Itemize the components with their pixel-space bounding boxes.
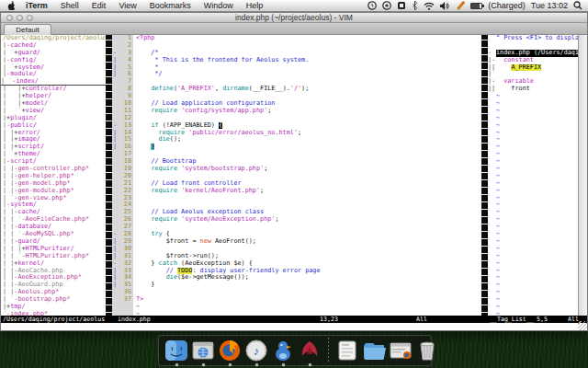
code-line[interactable]: |34 die($e->getMessage()); <box>112 274 481 282</box>
tree-item[interactable]: | `+view/ <box>3 108 106 115</box>
taglist-item[interactable]: ~ <box>488 158 578 166</box>
tree-item[interactable]: | `+guard/ <box>3 50 106 57</box>
code-line[interactable]: 18 // Bootstrap <box>112 158 481 166</box>
tree-item[interactable]: | `+system/ <box>3 64 106 72</box>
taglist-item[interactable]: |- constant <box>488 57 578 64</box>
tree-item[interactable]: | |-cache/ <box>3 209 106 216</box>
code-line[interactable]: 37?> <box>112 296 481 304</box>
documents-folder-icon[interactable] <box>362 339 386 362</box>
spaces-icon[interactable] <box>397 1 406 10</box>
duck-messenger-icon[interactable] <box>271 339 295 362</box>
globe-window-app-icon[interactable] <box>191 339 215 362</box>
taglist-item[interactable]: ~ <box>488 289 578 296</box>
code-line[interactable]: |31 $front->run(); <box>112 253 481 260</box>
tree-item[interactable]: | |-gen-controller.php* <box>3 166 106 173</box>
tree-item[interactable]: | | |+HTMLPurifier/ <box>3 246 106 253</box>
code-line[interactable]: -13 if (!APP_ENABLED) { <box>112 122 481 130</box>
taglist-item[interactable] <box>488 42 578 50</box>
zoom-button[interactable] <box>27 15 33 21</box>
code-line[interactable]: |14 require 'public/error/aeolus_no.html… <box>112 130 481 137</box>
vim-command-line[interactable] <box>1 323 587 330</box>
taglist-item[interactable]: ~ <box>488 231 578 238</box>
code-line[interactable]: |15 die(); <box>112 136 481 144</box>
code-line[interactable]: -32 } catch (AeoException $e) { <box>112 260 481 268</box>
tree-item[interactable]: | |-AeoGuard.php <box>3 282 106 289</box>
taglist-item[interactable]: ~ <box>488 130 578 137</box>
code-line[interactable]: |5 * <box>112 64 481 72</box>
tree-item[interactable]: | |-guard/ <box>3 238 106 246</box>
code-line[interactable]: 1<?php <box>112 35 481 42</box>
taglist-item[interactable]: ~ <box>488 180 578 188</box>
taglist-item[interactable]: ~ <box>488 253 578 260</box>
tree-item[interactable]: | `-bootstrap.php* <box>3 296 106 304</box>
taglist-item[interactable]: ~ <box>488 246 578 253</box>
close-button[interactable] <box>6 15 13 21</box>
window-separator[interactable] <box>481 35 488 316</box>
code-line[interactable]: 26 require 'system/AeoException.php'; <box>112 216 481 224</box>
stack-box-icon[interactable] <box>335 339 359 362</box>
itunes-icon[interactable]: ♪ <box>244 339 268 362</box>
tree-item[interactable]: | `-gen-view.php* <box>3 195 106 202</box>
code-line[interactable]: 24 <box>112 201 481 209</box>
menu-item-iterm[interactable]: iTerm <box>19 0 54 12</box>
menu-item-view[interactable]: View <box>112 0 142 12</box>
taglist-item[interactable]: ~ <box>488 224 578 231</box>
menu-item-edit[interactable]: Edit <box>85 0 113 12</box>
code-line[interactable]: |29 $front = new AeoFront(); <box>112 238 481 246</box>
taglist-item[interactable]: ~ <box>488 260 578 268</box>
tree-item[interactable]: | |+error/ <box>3 130 106 137</box>
window-separator[interactable] <box>106 35 112 316</box>
tree-item[interactable]: |-cached/ <box>3 42 106 50</box>
tab-default[interactable]: Default <box>4 24 51 35</box>
code-line[interactable]: 23 <box>112 195 481 202</box>
firefox-icon[interactable] <box>218 339 242 362</box>
tree-item[interactable]: |-system/ <box>3 201 106 209</box>
taglist-item[interactable]: ~ <box>488 216 578 224</box>
code-line[interactable]: |6 */ <box>112 71 481 78</box>
tree-item[interactable]: | |+model/ <box>3 100 106 108</box>
code-line[interactable]: 22 require 'kernel/AeoFront.php'; <box>112 188 481 195</box>
window-resize-grip[interactable] <box>578 321 587 330</box>
editor-empty-line[interactable]: ~ <box>112 304 481 311</box>
tree-item[interactable]: | |+controller/ <box>3 86 106 93</box>
taglist-item[interactable]: ~ <box>488 238 578 246</box>
battery-icon[interactable] <box>470 3 482 9</box>
code-line[interactable]: 20 <box>112 173 481 180</box>
tree-item[interactable]: | | `-HTMLPurifier.php* <box>3 253 106 260</box>
tree-item[interactable]: | `-index/ <box>1 78 106 86</box>
tree-item[interactable]: | |-gen-model.php* <box>3 180 106 188</box>
menu-item-shell[interactable]: Shell <box>54 0 85 12</box>
minimize-button[interactable] <box>17 15 23 21</box>
code-line[interactable]: 25 // Load Aeolus exception class <box>112 209 481 216</box>
displays-icon[interactable] <box>382 1 391 10</box>
code-line[interactable]: |30 <box>112 246 481 253</box>
tree-item[interactable]: | |+script/ <box>3 144 106 151</box>
code-line[interactable]: 21 // Load front controller <box>112 180 481 188</box>
tree-item[interactable]: |-public/ <box>3 122 106 130</box>
red-bird-app-icon[interactable] <box>298 339 322 362</box>
tree-item[interactable]: |-script/ <box>3 158 106 166</box>
tree-item[interactable]: | |-Aeolus.php* <box>3 289 106 296</box>
tree-item[interactable]: |-config/ <box>3 57 106 64</box>
taglist-item[interactable]: ~ <box>488 136 578 144</box>
tree-item[interactable]: | | `-AeoFileCache.php* <box>3 216 106 224</box>
apple-menu-icon[interactable] <box>7 1 16 10</box>
code-line[interactable]: -3 /* <box>112 50 481 57</box>
terminal-scrollbar[interactable] <box>578 35 587 330</box>
taglist-item[interactable]: ~ <box>488 93 578 100</box>
code-line[interactable]: -28 try { <box>112 231 481 238</box>
taglist-item[interactable]: ~ <box>488 296 578 304</box>
pencil-icon[interactable] <box>456 1 465 10</box>
menu-item-help[interactable]: Help <box>240 0 270 12</box>
taglist-item[interactable]: ~ <box>488 122 578 130</box>
tree-item[interactable]: | |-gen-module.php* <box>3 188 106 195</box>
code-line[interactable]: |33 // TODO: display user-friendly error… <box>112 268 481 275</box>
tree-item[interactable]: |+plugin/ <box>3 115 106 122</box>
taglist-item[interactable]: ~ <box>488 195 578 202</box>
taglist-item[interactable]: -index.php (/Users/daqing/pr <box>488 50 578 57</box>
code-line[interactable]: 27 <box>112 224 481 231</box>
editor-panel[interactable]: 1<?php2-3 /*|4 * This is the frontend fo… <box>112 35 481 316</box>
code-line[interactable]: 11 require 'config/system/app.php'; <box>112 108 481 115</box>
menu-item-bookmarks[interactable]: Bookmarks <box>143 0 198 12</box>
taglist-item[interactable]: |- variable <box>488 78 578 86</box>
